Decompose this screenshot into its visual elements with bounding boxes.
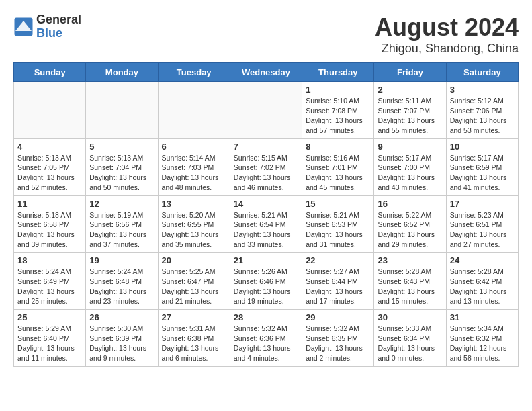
calendar-cell: 12Sunrise: 5:19 AM Sunset: 6:56 PM Dayli…: [86, 195, 158, 253]
day-info: Sunrise: 5:18 AM Sunset: 6:58 PM Dayligh…: [17, 210, 82, 250]
day-number: 28: [234, 312, 298, 322]
day-number: 26: [89, 312, 154, 322]
day-number: 18: [17, 255, 82, 265]
day-number: 30: [378, 312, 442, 322]
calendar-week-row: 4Sunrise: 5:13 AM Sunset: 7:05 PM Daylig…: [14, 138, 519, 195]
calendar-cell: 2Sunrise: 5:11 AM Sunset: 7:07 PM Daylig…: [374, 82, 446, 139]
day-info: Sunrise: 5:11 AM Sunset: 7:07 PM Dayligh…: [378, 96, 442, 136]
calendar-cell: 17Sunrise: 5:23 AM Sunset: 6:51 PM Dayli…: [446, 195, 518, 253]
calendar-week-row: 1Sunrise: 5:10 AM Sunset: 7:08 PM Daylig…: [14, 82, 519, 139]
logo-blue-text: Blue: [36, 27, 81, 40]
calendar-cell: [158, 82, 230, 139]
weekday-header: Monday: [86, 63, 158, 82]
calendar-cell: 23Sunrise: 5:28 AM Sunset: 6:43 PM Dayli…: [374, 253, 446, 310]
calendar-cell: 20Sunrise: 5:25 AM Sunset: 6:47 PM Dayli…: [158, 253, 230, 310]
calendar-cell: 16Sunrise: 5:22 AM Sunset: 6:52 PM Dayli…: [374, 195, 446, 253]
calendar-cell: 27Sunrise: 5:31 AM Sunset: 6:38 PM Dayli…: [158, 310, 230, 367]
day-info: Sunrise: 5:15 AM Sunset: 7:02 PM Dayligh…: [234, 153, 298, 193]
calendar-cell: 6Sunrise: 5:14 AM Sunset: 7:03 PM Daylig…: [158, 138, 230, 195]
weekday-header: Tuesday: [158, 63, 230, 82]
day-number: 15: [306, 199, 370, 209]
day-number: 4: [17, 142, 82, 152]
calendar-subtitle: Zhigou, Shandong, China: [375, 42, 519, 56]
day-number: 11: [17, 199, 82, 209]
day-number: 21: [234, 255, 298, 265]
day-info: Sunrise: 5:32 AM Sunset: 6:35 PM Dayligh…: [306, 324, 370, 363]
day-info: Sunrise: 5:24 AM Sunset: 6:49 PM Dayligh…: [17, 267, 82, 306]
day-info: Sunrise: 5:19 AM Sunset: 6:56 PM Dayligh…: [89, 210, 154, 250]
day-info: Sunrise: 5:30 AM Sunset: 6:39 PM Dayligh…: [89, 324, 154, 363]
day-number: 29: [306, 312, 370, 322]
calendar-cell: 1Sunrise: 5:10 AM Sunset: 7:08 PM Daylig…: [302, 82, 374, 139]
weekday-header: Wednesday: [230, 63, 302, 82]
calendar-cell: [230, 82, 302, 139]
calendar-cell: 4Sunrise: 5:13 AM Sunset: 7:05 PM Daylig…: [14, 138, 86, 195]
day-info: Sunrise: 5:17 AM Sunset: 7:00 PM Dayligh…: [378, 153, 442, 193]
day-info: Sunrise: 5:10 AM Sunset: 7:08 PM Dayligh…: [306, 96, 370, 136]
day-number: 27: [162, 312, 226, 322]
weekday-header: Sunday: [14, 63, 86, 82]
calendar-table: SundayMondayTuesdayWednesdayThursdayFrid…: [13, 62, 519, 367]
calendar-cell: 11Sunrise: 5:18 AM Sunset: 6:58 PM Dayli…: [14, 195, 86, 253]
day-number: 1: [306, 85, 370, 95]
day-info: Sunrise: 5:17 AM Sunset: 6:59 PM Dayligh…: [450, 153, 515, 193]
calendar-cell: 10Sunrise: 5:17 AM Sunset: 6:59 PM Dayli…: [446, 138, 518, 195]
day-number: 19: [89, 255, 154, 265]
calendar-cell: 30Sunrise: 5:33 AM Sunset: 6:34 PM Dayli…: [374, 310, 446, 367]
calendar-cell: 14Sunrise: 5:21 AM Sunset: 6:54 PM Dayli…: [230, 195, 302, 253]
logo-general-text: General: [36, 13, 81, 27]
day-number: 25: [17, 312, 82, 322]
day-info: Sunrise: 5:28 AM Sunset: 6:43 PM Dayligh…: [378, 267, 442, 306]
day-info: Sunrise: 5:29 AM Sunset: 6:40 PM Dayligh…: [17, 324, 82, 363]
day-info: Sunrise: 5:21 AM Sunset: 6:54 PM Dayligh…: [234, 210, 298, 250]
day-number: 14: [234, 199, 298, 209]
calendar-cell: 25Sunrise: 5:29 AM Sunset: 6:40 PM Dayli…: [14, 310, 86, 367]
logo-icon: [13, 17, 34, 37]
calendar-cell: [86, 82, 158, 139]
weekday-header: Thursday: [302, 63, 374, 82]
calendar-cell: 29Sunrise: 5:32 AM Sunset: 6:35 PM Dayli…: [302, 310, 374, 367]
weekday-header: Saturday: [446, 63, 518, 82]
calendar-week-row: 18Sunrise: 5:24 AM Sunset: 6:49 PM Dayli…: [14, 253, 519, 310]
day-number: 31: [450, 312, 515, 322]
calendar-cell: 26Sunrise: 5:30 AM Sunset: 6:39 PM Dayli…: [86, 310, 158, 367]
calendar-cell: 8Sunrise: 5:16 AM Sunset: 7:01 PM Daylig…: [302, 138, 374, 195]
calendar-cell: 3Sunrise: 5:12 AM Sunset: 7:06 PM Daylig…: [446, 82, 518, 139]
calendar-week-row: 25Sunrise: 5:29 AM Sunset: 6:40 PM Dayli…: [14, 310, 519, 367]
day-info: Sunrise: 5:21 AM Sunset: 6:53 PM Dayligh…: [306, 210, 370, 250]
day-number: 16: [378, 199, 442, 209]
page-header: General Blue August 2024 Zhigou, Shandon…: [13, 13, 519, 56]
day-info: Sunrise: 5:31 AM Sunset: 6:38 PM Dayligh…: [162, 324, 226, 363]
calendar-cell: [14, 82, 86, 139]
day-info: Sunrise: 5:22 AM Sunset: 6:52 PM Dayligh…: [378, 210, 442, 250]
day-number: 12: [89, 199, 154, 209]
day-number: 8: [306, 142, 370, 152]
calendar-cell: 19Sunrise: 5:24 AM Sunset: 6:48 PM Dayli…: [86, 253, 158, 310]
day-info: Sunrise: 5:23 AM Sunset: 6:51 PM Dayligh…: [450, 210, 515, 250]
day-number: 13: [162, 199, 226, 209]
day-number: 17: [450, 199, 515, 209]
day-number: 3: [450, 85, 515, 95]
day-info: Sunrise: 5:12 AM Sunset: 7:06 PM Dayligh…: [450, 96, 515, 136]
day-number: 20: [162, 255, 226, 265]
day-number: 24: [450, 255, 515, 265]
day-number: 5: [89, 142, 154, 152]
day-info: Sunrise: 5:34 AM Sunset: 6:32 PM Dayligh…: [450, 324, 515, 363]
day-info: Sunrise: 5:13 AM Sunset: 7:05 PM Dayligh…: [17, 153, 82, 193]
day-info: Sunrise: 5:32 AM Sunset: 6:36 PM Dayligh…: [234, 324, 298, 363]
weekday-header: Friday: [374, 63, 446, 82]
day-info: Sunrise: 5:25 AM Sunset: 6:47 PM Dayligh…: [162, 267, 226, 306]
calendar-title: August 2024: [375, 13, 519, 42]
logo: General Blue: [13, 13, 81, 40]
day-info: Sunrise: 5:33 AM Sunset: 6:34 PM Dayligh…: [378, 324, 442, 363]
day-info: Sunrise: 5:14 AM Sunset: 7:03 PM Dayligh…: [162, 153, 226, 193]
day-number: 6: [162, 142, 226, 152]
calendar-cell: 21Sunrise: 5:26 AM Sunset: 6:46 PM Dayli…: [230, 253, 302, 310]
weekday-header-row: SundayMondayTuesdayWednesdayThursdayFrid…: [14, 63, 519, 82]
calendar-cell: 28Sunrise: 5:32 AM Sunset: 6:36 PM Dayli…: [230, 310, 302, 367]
day-number: 2: [378, 85, 442, 95]
day-info: Sunrise: 5:27 AM Sunset: 6:44 PM Dayligh…: [306, 267, 370, 306]
day-number: 9: [378, 142, 442, 152]
title-block: August 2024 Zhigou, Shandong, China: [375, 13, 519, 56]
day-number: 7: [234, 142, 298, 152]
